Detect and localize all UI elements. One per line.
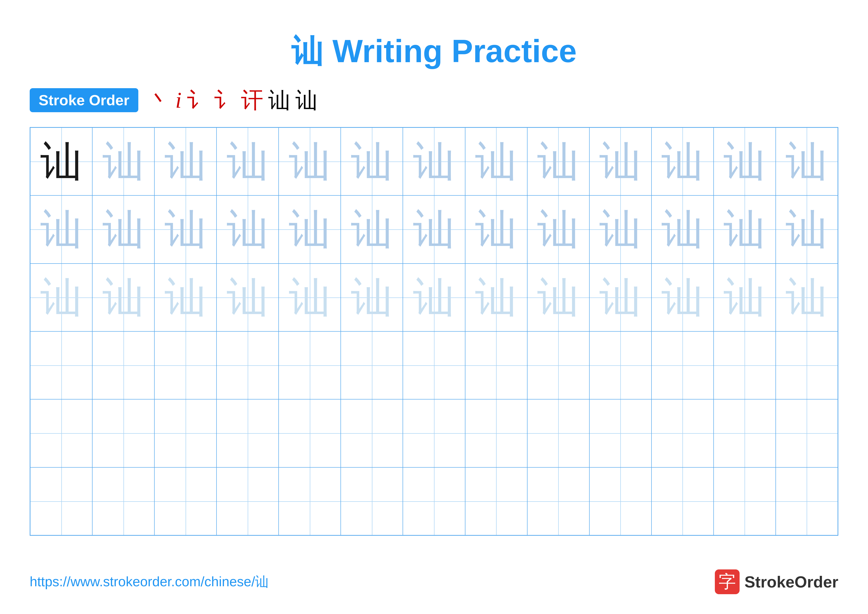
grid-cell-r3c5[interactable]: 讪 xyxy=(279,264,341,331)
grid-cell-r6c1[interactable] xyxy=(30,467,92,535)
footer-logo: 字 StrokeOrder xyxy=(715,569,838,594)
grid-cell-r5c8[interactable] xyxy=(465,399,527,467)
grid-cell-r3c8[interactable]: 讪 xyxy=(465,264,527,331)
grid-cell-r4c10[interactable] xyxy=(589,331,651,399)
grid-cell-r4c5[interactable] xyxy=(279,331,341,399)
grid-cell-r5c11[interactable] xyxy=(651,399,714,467)
char-light: 讪 xyxy=(661,277,704,319)
grid-cell-r5c12[interactable] xyxy=(714,399,776,467)
char-medium: 讪 xyxy=(289,208,331,250)
grid-cell-r4c1[interactable] xyxy=(30,331,92,399)
grid-cell-r6c11[interactable] xyxy=(651,467,714,535)
grid-cell-r6c12[interactable] xyxy=(714,467,776,535)
grid-cell-r3c10[interactable]: 讪 xyxy=(589,264,651,331)
grid-cell-r2c3[interactable]: 讪 xyxy=(154,196,217,263)
char-medium: 讪 xyxy=(102,208,144,250)
grid-cell-r2c6[interactable]: 讪 xyxy=(341,196,403,263)
grid-cell-r1c6[interactable]: 讪 xyxy=(341,127,403,196)
stroke-3: 讠 xyxy=(186,89,209,112)
grid-cell-r4c9[interactable] xyxy=(527,331,589,399)
grid-cell-r5c5[interactable] xyxy=(279,399,341,467)
grid-cell-r3c2[interactable]: 讪 xyxy=(92,264,154,331)
grid-cell-r5c3[interactable] xyxy=(154,399,217,467)
char-light: 讪 xyxy=(102,277,144,319)
grid-cell-r2c13[interactable]: 讪 xyxy=(776,196,838,263)
grid-cell-r1c11[interactable]: 讪 xyxy=(651,127,714,196)
grid-cell-r5c9[interactable] xyxy=(527,399,589,467)
grid-cell-r1c1[interactable]: 讪 xyxy=(30,127,92,196)
grid-cell-r6c8[interactable] xyxy=(465,467,527,535)
char-medium: 讪 xyxy=(475,208,517,250)
grid-cell-r5c4[interactable] xyxy=(217,399,279,467)
char-medium: 讪 xyxy=(164,208,207,250)
char-medium: 讪 xyxy=(599,208,641,250)
page-container: 讪 Writing Practice Stroke Order 丶 i 讠 讠 … xyxy=(0,0,868,614)
strokeorder-logo-icon: 字 xyxy=(715,569,739,594)
char-medium: 讪 xyxy=(786,208,828,250)
grid-cell-r2c9[interactable]: 讪 xyxy=(527,196,589,263)
grid-cell-r5c7[interactable] xyxy=(403,399,465,467)
grid-cell-r3c4[interactable]: 讪 xyxy=(217,264,279,331)
grid-cell-r3c6[interactable]: 讪 xyxy=(341,264,403,331)
grid-cell-r5c2[interactable] xyxy=(92,399,154,467)
grid-cell-r6c4[interactable] xyxy=(217,467,279,535)
grid-cell-r1c12[interactable]: 讪 xyxy=(714,127,776,196)
grid-cell-r3c12[interactable]: 讪 xyxy=(714,264,776,331)
grid-cell-r1c2[interactable]: 讪 xyxy=(92,127,154,196)
grid-cell-r3c13[interactable]: 讪 xyxy=(776,264,838,331)
char-medium: 讪 xyxy=(40,208,82,250)
grid-cell-r2c8[interactable]: 讪 xyxy=(465,196,527,263)
char-light: 讪 xyxy=(724,277,766,319)
grid-cell-r2c10[interactable]: 讪 xyxy=(589,196,651,263)
grid-cell-r1c5[interactable]: 讪 xyxy=(279,127,341,196)
grid-cell-r3c9[interactable]: 讪 xyxy=(527,264,589,331)
grid-cell-r5c6[interactable] xyxy=(341,399,403,467)
grid-cell-r1c4[interactable]: 讪 xyxy=(217,127,279,196)
grid-cell-r4c3[interactable] xyxy=(154,331,217,399)
grid-cell-r4c12[interactable] xyxy=(714,331,776,399)
char-medium: 讪 xyxy=(537,208,579,250)
grid-cell-r1c8[interactable]: 讪 xyxy=(465,127,527,196)
grid-cell-r6c6[interactable] xyxy=(341,467,403,535)
grid-cell-r4c4[interactable] xyxy=(217,331,279,399)
char-light: 讪 xyxy=(537,277,579,319)
stroke-order-row: Stroke Order 丶 i 讠 讠 讦 讪 讪 xyxy=(30,88,838,112)
grid-cell-r2c7[interactable]: 讪 xyxy=(403,196,465,263)
grid-cell-r2c12[interactable]: 讪 xyxy=(714,196,776,263)
grid-cell-r2c5[interactable]: 讪 xyxy=(279,196,341,263)
grid-cell-r6c5[interactable] xyxy=(279,467,341,535)
grid-cell-r3c7[interactable]: 讪 xyxy=(403,264,465,331)
grid-cell-r1c13[interactable]: 讪 xyxy=(776,127,838,196)
char-dark: 讪 xyxy=(40,140,82,183)
stroke-5: 讦 xyxy=(241,89,263,112)
grid-cell-r3c3[interactable]: 讪 xyxy=(154,264,217,331)
grid-cell-r6c3[interactable] xyxy=(154,467,217,535)
grid-cell-r6c10[interactable] xyxy=(589,467,651,535)
grid-cell-r5c1[interactable] xyxy=(30,399,92,467)
grid-cell-r2c2[interactable]: 讪 xyxy=(92,196,154,263)
grid-cell-r1c10[interactable]: 讪 xyxy=(589,127,651,196)
grid-cell-r5c13[interactable] xyxy=(776,399,838,467)
grid-cell-r6c13[interactable] xyxy=(776,467,838,535)
grid-cell-r5c10[interactable] xyxy=(589,399,651,467)
grid-cell-r1c9[interactable]: 讪 xyxy=(527,127,589,196)
grid-cell-r4c11[interactable] xyxy=(651,331,714,399)
grid-cell-r4c6[interactable] xyxy=(341,331,403,399)
char-light: 讪 xyxy=(164,277,207,319)
grid-cell-r2c11[interactable]: 讪 xyxy=(651,196,714,263)
grid-cell-r6c9[interactable] xyxy=(527,467,589,535)
grid-cell-r3c1[interactable]: 讪 xyxy=(30,264,92,331)
footer-url[interactable]: https://www.strokeorder.com/chinese/讪 xyxy=(30,573,269,591)
grid-cell-r4c2[interactable] xyxy=(92,331,154,399)
grid-cell-r6c7[interactable] xyxy=(403,467,465,535)
grid-cell-r2c1[interactable]: 讪 xyxy=(30,196,92,263)
grid-cell-r4c7[interactable] xyxy=(403,331,465,399)
grid-cell-r1c7[interactable]: 讪 xyxy=(403,127,465,196)
grid-cell-r4c8[interactable] xyxy=(465,331,527,399)
grid-cell-r2c4[interactable]: 讪 xyxy=(217,196,279,263)
grid-cell-r3c11[interactable]: 讪 xyxy=(651,264,714,331)
grid-cell-r4c13[interactable] xyxy=(776,331,838,399)
grid-cell-r1c3[interactable]: 讪 xyxy=(154,127,217,196)
char-light: 讪 xyxy=(40,277,82,319)
grid-cell-r6c2[interactable] xyxy=(92,467,154,535)
